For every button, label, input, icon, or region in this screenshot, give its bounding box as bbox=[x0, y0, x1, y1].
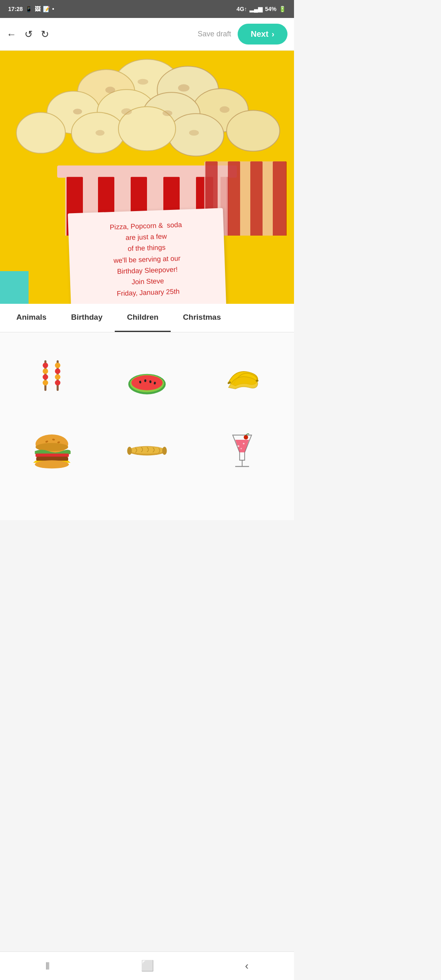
teal-decoration bbox=[0, 271, 29, 304]
svg-point-12 bbox=[105, 87, 115, 93]
status-bar: 17:28 📱 🖼 📝 • 4G↑ ▂▄▆ 54% 🔋 bbox=[0, 0, 294, 18]
status-right: 4G↑ ▂▄▆ 54% 🔋 bbox=[236, 6, 286, 12]
sticker-banana[interactable] bbox=[199, 345, 286, 410]
svg-rect-33 bbox=[250, 161, 263, 235]
note-icon: 📝 bbox=[43, 6, 50, 12]
svg-point-8 bbox=[227, 110, 280, 151]
image-icon: 🖼 bbox=[35, 6, 40, 12]
skewers-icon bbox=[31, 357, 72, 398]
svg-point-20 bbox=[189, 130, 199, 136]
toolbar-left: ← ↺ ↻ bbox=[7, 29, 191, 40]
svg-point-71 bbox=[244, 435, 248, 440]
cocktail-icon bbox=[222, 430, 263, 471]
sticker-cocktail[interactable] bbox=[199, 418, 286, 483]
svg-rect-34 bbox=[273, 161, 287, 235]
svg-point-61 bbox=[35, 460, 69, 468]
svg-point-15 bbox=[73, 109, 82, 114]
svg-point-41 bbox=[55, 363, 60, 368]
svg-point-19 bbox=[96, 130, 105, 136]
signal-bars: ▂▄▆ bbox=[249, 6, 263, 12]
svg-point-65 bbox=[162, 447, 167, 455]
sticker-grid bbox=[0, 332, 294, 520]
svg-point-69 bbox=[243, 443, 245, 444]
svg-rect-59 bbox=[36, 454, 69, 457]
svg-point-18 bbox=[163, 110, 172, 116]
svg-point-70 bbox=[241, 448, 242, 449]
battery-level: 54% bbox=[265, 6, 276, 12]
toolbar: ← ↺ ↻ Save draft Next › bbox=[0, 18, 294, 51]
burger-icon bbox=[31, 430, 72, 471]
banana-icon bbox=[222, 357, 263, 398]
svg-point-7 bbox=[16, 112, 65, 153]
popcorn-illustration bbox=[0, 51, 294, 236]
svg-point-13 bbox=[178, 84, 189, 91]
tab-animals[interactable]: Animals bbox=[4, 304, 59, 332]
note-card: Pizza, Popcorn & soda are just a few of … bbox=[68, 208, 226, 304]
status-left: 17:28 📱 🖼 📝 • bbox=[8, 6, 54, 12]
tab-children[interactable]: Children bbox=[115, 304, 171, 332]
time: 17:28 bbox=[8, 6, 23, 12]
svg-point-39 bbox=[42, 380, 48, 385]
sticker-watermelon[interactable] bbox=[103, 345, 190, 410]
next-button[interactable]: Next › bbox=[238, 24, 287, 45]
svg-point-37 bbox=[42, 368, 48, 374]
svg-point-36 bbox=[42, 363, 48, 368]
svg-point-38 bbox=[42, 374, 48, 380]
sticker-burger[interactable] bbox=[8, 418, 95, 483]
svg-point-17 bbox=[121, 108, 132, 115]
svg-point-14 bbox=[138, 79, 148, 85]
baguette-icon bbox=[127, 430, 167, 471]
note-text: Pizza, Popcorn & soda are just a few of … bbox=[76, 218, 218, 301]
next-chevron-icon: › bbox=[272, 29, 274, 39]
svg-point-43 bbox=[55, 374, 60, 380]
device-icon: 📱 bbox=[25, 6, 32, 12]
next-label: Next bbox=[251, 29, 268, 39]
undo-button[interactable]: ↺ bbox=[24, 29, 33, 40]
svg-point-42 bbox=[55, 368, 60, 374]
watermelon-icon bbox=[127, 357, 167, 398]
svg-point-68 bbox=[238, 445, 240, 447]
signal-icon: 4G↑ bbox=[236, 6, 247, 12]
svg-point-47 bbox=[131, 375, 163, 390]
redo-button[interactable]: ↻ bbox=[41, 29, 49, 40]
svg-point-64 bbox=[127, 447, 131, 455]
tab-christmas[interactable]: Christmas bbox=[171, 304, 233, 332]
save-draft-button[interactable]: Save draft bbox=[198, 30, 231, 38]
sticker-baguette[interactable] bbox=[103, 418, 190, 483]
sticker-skewers[interactable] bbox=[8, 345, 95, 410]
battery-icon: 🔋 bbox=[279, 6, 286, 12]
svg-point-44 bbox=[55, 380, 60, 385]
category-tabs: Animals Birthday Children Christmas bbox=[0, 304, 294, 332]
tab-birthday[interactable]: Birthday bbox=[59, 304, 115, 332]
card-preview: Pizza, Popcorn & soda are just a few of … bbox=[0, 51, 294, 304]
back-button[interactable]: ← bbox=[7, 29, 16, 40]
dot-indicator: • bbox=[52, 6, 54, 12]
svg-rect-32 bbox=[228, 161, 240, 235]
svg-point-16 bbox=[220, 106, 229, 113]
